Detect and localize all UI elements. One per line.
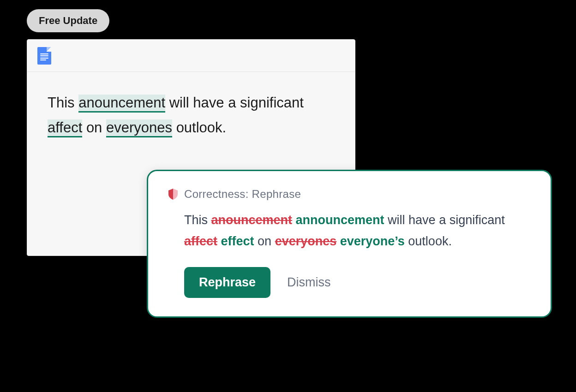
free-update-badge: Free Update <box>27 9 109 32</box>
sug-fix-everyones: everyone’s <box>340 234 405 248</box>
sug-strike-everyones: everyones <box>275 234 337 248</box>
sug-plain: This <box>184 213 211 227</box>
rephrase-button[interactable]: Rephrase <box>184 267 270 298</box>
doc-text: will have a significant <box>165 95 304 111</box>
sug-plain <box>292 213 296 227</box>
doc-text: on <box>82 119 106 136</box>
sug-plain <box>217 234 221 248</box>
flagged-word-everyones[interactable]: everyones <box>106 119 172 137</box>
suggestion-header: Correctness: Rephrase <box>168 188 530 201</box>
document-body[interactable]: This anouncement will have a significant… <box>27 72 355 159</box>
document-header <box>27 40 355 72</box>
google-docs-icon <box>37 47 51 65</box>
sug-plain <box>336 234 340 248</box>
flagged-word-affect[interactable]: affect <box>48 119 82 137</box>
sug-plain: outlook. <box>405 234 452 248</box>
dismiss-button[interactable]: Dismiss <box>287 275 331 290</box>
sug-plain: will have a significant <box>384 213 505 227</box>
sug-strike-affect: affect <box>184 234 217 248</box>
sug-plain: on <box>254 234 275 248</box>
suggestion-actions: Rephrase Dismiss <box>184 267 530 298</box>
suggestion-category: Correctness: Rephrase <box>184 188 301 201</box>
suggestion-text: This anouncement announcement will have … <box>184 210 530 252</box>
doc-text: This <box>48 95 78 111</box>
sug-fix-effect: effect <box>221 234 254 248</box>
flagged-word-anouncement[interactable]: anouncement <box>78 95 165 113</box>
sug-fix-announcement: announcement <box>296 213 384 227</box>
doc-text: outlook. <box>172 119 226 136</box>
shield-icon <box>168 189 178 200</box>
suggestion-card: Correctness: Rephrase This anouncement a… <box>147 170 552 318</box>
sug-strike-anouncement: anouncement <box>211 213 293 227</box>
